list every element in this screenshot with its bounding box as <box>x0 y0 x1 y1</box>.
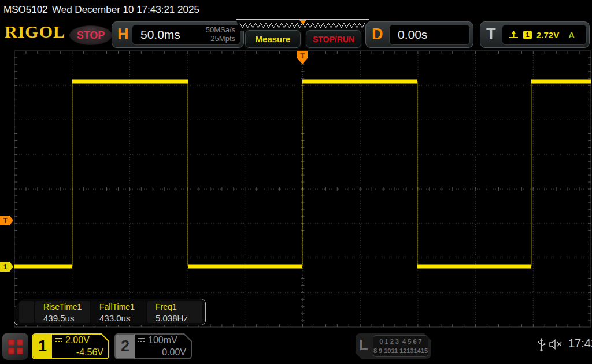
timebase-value: 50.0ms <box>132 28 206 42</box>
logic-row1: 0 1 2 3 4 5 6 7 <box>379 337 421 347</box>
channel1-offset: -4.56V <box>55 347 103 358</box>
channel2-offset: 0.00V <box>138 347 186 358</box>
model-label: MSO5102 <box>3 4 48 16</box>
trigger-panel: 1 2.72V A <box>502 24 587 45</box>
trigger-mode-auto: A <box>568 30 575 40</box>
measurement-falltime: FallTime1 433.0us <box>91 301 146 323</box>
delay-value: 0.00s <box>390 28 427 42</box>
graticule-grid <box>0 49 592 328</box>
channel1-scale: 2.00V <box>65 335 90 346</box>
measurement-freq: Freq1 5.038Hz <box>147 301 202 323</box>
measurement-results-panel[interactable]: RiseTime1 439.5us FallTime1 433.0us Freq… <box>14 299 206 325</box>
four-squares-icon <box>7 338 24 355</box>
acquisition-status-badge[interactable]: STOP <box>69 25 112 45</box>
delay-label: D <box>372 22 383 46</box>
trigger-level-value: 2.72V <box>536 30 559 40</box>
delay-panel: 0.00s <box>389 24 470 45</box>
speaker-muted-icon[interactable] <box>549 339 563 350</box>
logic-label: L <box>359 336 368 354</box>
dc-coupling-icon <box>138 337 145 343</box>
quick-menu-button[interactable] <box>2 333 28 360</box>
channel1-number: 1 <box>33 335 52 358</box>
horizontal-settings-block[interactable]: H 50.0ms 50MSa/s 25Mpts <box>112 21 244 48</box>
rigol-logo: RIGOL <box>5 22 65 42</box>
status-titlebar: MSO5102 Wed December 10 17:43:21 2025 <box>0 0 592 18</box>
timebase-panel: 50.0ms 50MSa/s 25Mpts <box>132 24 240 45</box>
waveform-preview-strip[interactable] <box>236 19 369 31</box>
measure-button[interactable]: Measure <box>245 30 301 48</box>
sample-rate-info: 50MSa/s 25Mpts <box>206 26 240 43</box>
horizontal-label: H <box>117 22 129 46</box>
channel2-status-block[interactable]: 2 100mV 0.00V <box>114 333 192 359</box>
datetime-label: Wed December 10 17:43:21 2025 <box>52 4 199 16</box>
usb-icon <box>537 337 546 352</box>
empty-measurement-slot <box>19 301 34 323</box>
clock-display: 17:42 <box>568 337 592 350</box>
logic-row2: 8 9 1011 12131415 <box>373 346 428 356</box>
dc-coupling-icon <box>55 337 62 343</box>
scope-display: T T 1 RiseTime1 439.5us FallTime1 433.0u… <box>0 49 592 328</box>
channel2-scale: 100mV <box>148 335 177 346</box>
bottom-status-bar: 1 2.00V -4.56V 2 <box>0 328 592 364</box>
trigger-settings-block[interactable]: T 1 2.72V A <box>480 21 590 48</box>
channel1-status-block[interactable]: 1 2.00V -4.56V <box>32 333 109 359</box>
header-bar: RIGOL STOP H 50.0ms 50MSa/s 25Mpts Measu… <box>0 18 592 49</box>
delay-settings-block[interactable]: D 0.00s <box>365 21 473 48</box>
rising-edge-icon <box>509 31 519 39</box>
logic-channels-block[interactable]: L 0 1 2 3 4 5 6 7 8 9 1011 12131415 <box>356 333 431 359</box>
trigger-source-badge: 1 <box>523 31 532 39</box>
preview-trigger-marker-icon <box>299 20 306 24</box>
stop-run-button[interactable]: STOP/RUN <box>306 30 361 48</box>
channel2-number: 2 <box>116 335 135 358</box>
measurement-risetime: RiseTime1 439.5us <box>35 301 90 323</box>
trigger-label: T <box>486 22 496 46</box>
